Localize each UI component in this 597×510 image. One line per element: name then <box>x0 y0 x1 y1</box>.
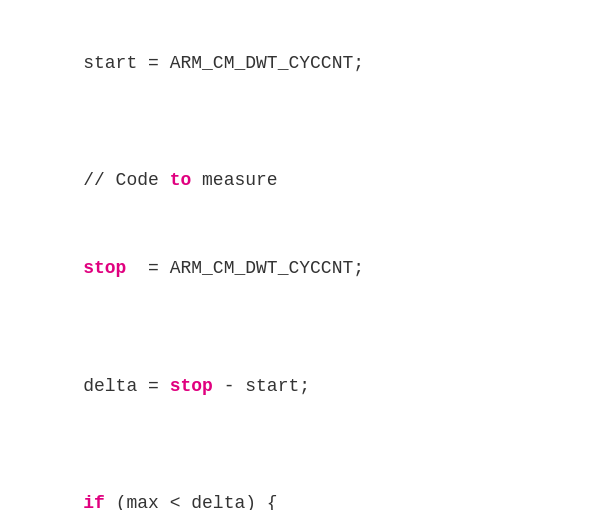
code-keyword-if1: if <box>83 493 105 510</box>
code-text-5: (max < delta) { <box>105 493 278 510</box>
code-text: start = ARM_CM_DWT_CYCCNT; <box>83 53 364 73</box>
blank-line-2 <box>40 314 557 343</box>
code-keyword-stop: stop <box>83 258 126 278</box>
code-block: start = ARM_CM_DWT_CYCCNT; // Code to me… <box>0 0 597 510</box>
code-line-3: stop = ARM_CM_DWT_CYCCNT; <box>40 226 557 312</box>
blank-line-3 <box>40 431 557 460</box>
code-text-4b: - start; <box>213 376 310 396</box>
code-comment: // Code <box>83 170 169 190</box>
code-comment-2: measure <box>191 170 277 190</box>
code-line-1: start = ARM_CM_DWT_CYCCNT; <box>40 20 557 106</box>
code-line-5: if (max < delta) { <box>40 460 557 510</box>
blank-line-1 <box>40 108 557 137</box>
code-line-4: delta = stop - start; <box>40 343 557 429</box>
code-line-2: // Code to measure <box>40 137 557 223</box>
code-text-4a: delta = <box>83 376 169 396</box>
code-keyword-to: to <box>170 170 192 190</box>
code-keyword-stop2: stop <box>170 376 213 396</box>
code-text-3: = ARM_CM_DWT_CYCCNT; <box>126 258 364 278</box>
